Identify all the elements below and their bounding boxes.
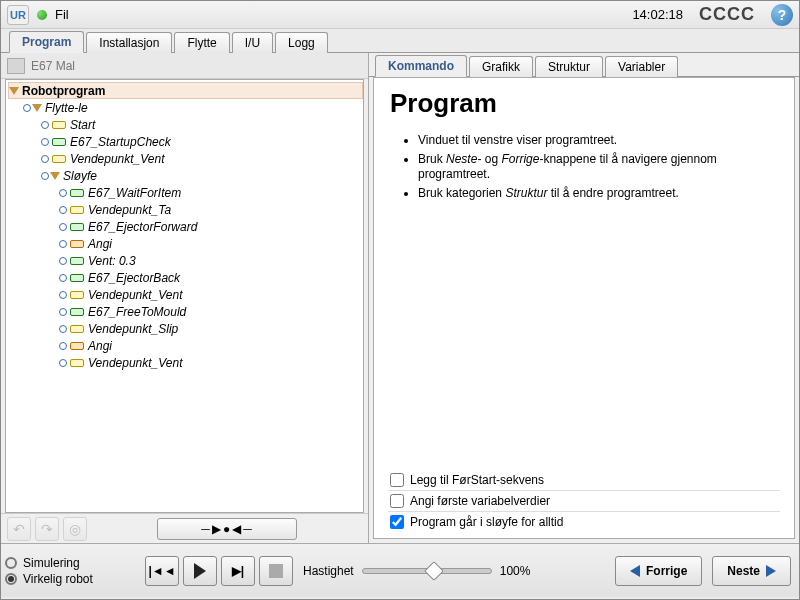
play-button[interactable] — [183, 556, 217, 586]
node-type-icon — [52, 155, 66, 163]
sequence-button[interactable]: ─▶●◀─ — [157, 518, 297, 540]
tree-node[interactable]: Vendepunkt_Vent — [8, 286, 363, 303]
hint-item: Bruk Neste- og Forrige-knappene til å na… — [418, 152, 780, 182]
tree-node[interactable]: Angi — [8, 337, 363, 354]
option-label: Angi første variabelverdier — [410, 494, 550, 508]
sub-tab-variabler[interactable]: Variabler — [605, 56, 678, 77]
undo-button[interactable]: ↶ — [7, 517, 31, 541]
next-button-label: Neste — [727, 564, 760, 578]
option-label: Legg til FørStart-sekvens — [410, 473, 544, 487]
main-tab-flytte[interactable]: Flytte — [174, 32, 229, 53]
expand-icon — [50, 172, 60, 180]
tree-node[interactable]: Vendepunkt_Slip — [8, 320, 363, 337]
node-type-icon — [70, 325, 84, 333]
node-type-icon — [70, 359, 84, 367]
speed-slider[interactable] — [362, 568, 492, 574]
tree-node[interactable]: Vendepunkt_Vent — [8, 354, 363, 371]
ur-logo: UR — [7, 5, 29, 25]
tree-node[interactable]: Vendepunkt_Ta — [8, 201, 363, 218]
tree-node-label: Vendepunkt_Vent — [70, 152, 165, 166]
program-tree[interactable]: RobotprogramFlytte-leStartE67_StartupChe… — [5, 79, 364, 513]
tree-node-label: E67_FreeToMould — [88, 305, 186, 319]
tree-node-label: Angi — [88, 339, 112, 353]
sub-tab-struktur[interactable]: Struktur — [535, 56, 603, 77]
stop-button[interactable] — [259, 556, 293, 586]
tree-node[interactable]: E67_EjectorForward — [8, 218, 363, 235]
node-type-icon — [70, 342, 84, 350]
tree-node-label: Sløyfe — [63, 169, 97, 183]
real-robot-radio[interactable]: Virkelig robot — [5, 572, 135, 586]
node-type-icon — [52, 138, 66, 146]
tree-node[interactable]: Flytte-le — [8, 99, 363, 116]
tree-node[interactable]: E67_WaitForItem — [8, 184, 363, 201]
node-handle-icon — [58, 222, 68, 232]
option-checkbox[interactable] — [390, 515, 404, 529]
hint-item: Vinduet til venstre viser programtreet. — [418, 133, 780, 148]
node-type-icon — [70, 189, 84, 197]
tree-node-label: Start — [70, 118, 95, 132]
node-type-icon — [70, 223, 84, 231]
main-tab-logg[interactable]: Logg — [275, 32, 328, 53]
sub-tab-kommando[interactable]: Kommando — [375, 55, 467, 77]
skip-back-button[interactable]: |◄◄ — [145, 556, 179, 586]
option-checkbox[interactable] — [390, 494, 404, 508]
node-type-icon — [70, 291, 84, 299]
skip-forward-button[interactable]: ▶| — [221, 556, 255, 586]
tree-node[interactable]: Vendepunkt_Vent — [8, 150, 363, 167]
node-handle-icon — [58, 290, 68, 300]
node-handle-icon — [40, 171, 50, 181]
tree-node[interactable]: E67_FreeToMould — [8, 303, 363, 320]
next-button[interactable]: Neste — [712, 556, 791, 586]
clock: 14:02:18 — [632, 7, 683, 22]
node-handle-icon — [58, 256, 68, 266]
node-handle-icon — [58, 307, 68, 317]
help-button[interactable]: ? — [771, 4, 793, 26]
tree-node-label: Vendepunkt_Vent — [88, 356, 183, 370]
tree-node[interactable]: Sløyfe — [8, 167, 363, 184]
node-type-icon — [70, 206, 84, 214]
node-handle-icon — [58, 273, 68, 283]
speed-control: Hastighet 100% — [303, 564, 530, 578]
expand-icon — [32, 104, 42, 112]
node-type-icon — [70, 308, 84, 316]
tree-node[interactable]: Angi — [8, 235, 363, 252]
footer: Simulering Virkelig robot |◄◄ ▶| Hastigh… — [1, 543, 799, 597]
node-handle-icon — [58, 358, 68, 368]
main-tabs: ProgramInstallasjonFlytteI/ULogg — [1, 29, 799, 53]
previous-button[interactable]: Forrige — [615, 556, 702, 586]
file-menu[interactable]: Fil — [55, 7, 69, 22]
file-row[interactable]: E67 Mal — [1, 53, 368, 79]
tree-toolbar: ↶ ↷ ◎ ─▶●◀─ — [1, 513, 368, 543]
stop-icon — [269, 564, 283, 578]
simulation-radio[interactable]: Simulering — [5, 556, 135, 570]
main-tab-i/u[interactable]: I/U — [232, 32, 273, 53]
tree-node-label: E67_EjectorForward — [88, 220, 197, 234]
expand-icon — [9, 87, 19, 95]
command-panel: Program Vinduet til venstre viser progra… — [373, 77, 795, 539]
main-tab-installasjon[interactable]: Installasjon — [86, 32, 172, 53]
tree-root[interactable]: Robotprogram — [8, 82, 363, 99]
slider-thumb-icon[interactable] — [424, 561, 444, 581]
left-pane: E67 Mal RobotprogramFlytte-leStartE67_St… — [1, 53, 369, 543]
redo-button[interactable]: ↷ — [35, 517, 59, 541]
node-type-icon — [70, 240, 84, 248]
tree-node[interactable]: E67_StartupCheck — [8, 133, 363, 150]
tree-node[interactable]: E67_EjectorBack — [8, 269, 363, 286]
target-button[interactable]: ◎ — [63, 517, 87, 541]
right-pane: KommandoGrafikkStrukturVariabler Program… — [369, 53, 799, 543]
option-checkbox[interactable] — [390, 473, 404, 487]
tree-node[interactable]: Vent: 0.3 — [8, 252, 363, 269]
sub-tab-grafikk[interactable]: Grafikk — [469, 56, 533, 77]
radio-icon — [5, 573, 17, 585]
tree-node-label: E67_EjectorBack — [88, 271, 180, 285]
node-handle-icon — [58, 205, 68, 215]
main-tab-program[interactable]: Program — [9, 31, 84, 53]
status-dot-icon — [37, 10, 47, 20]
tree-node[interactable]: Start — [8, 116, 363, 133]
option-row: Program går i sløyfe for alltid — [388, 511, 780, 532]
speed-label: Hastighet — [303, 564, 354, 578]
hint-item: Bruk kategorien Struktur til å endre pro… — [418, 186, 780, 201]
hint-list: Vinduet til venstre viser programtreet.B… — [418, 133, 780, 205]
node-handle-icon — [22, 103, 32, 113]
speed-value: 100% — [500, 564, 531, 578]
